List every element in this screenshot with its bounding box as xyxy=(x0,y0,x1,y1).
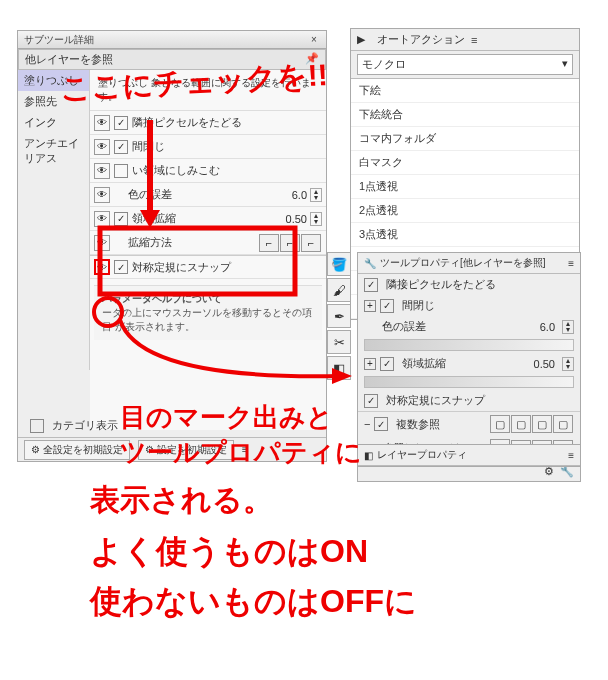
play-icon[interactable]: ▶ xyxy=(357,33,371,47)
row-colormargin: 👁 色の誤差 6.0 ▴▾ xyxy=(90,183,326,207)
aa-item[interactable]: 1点透視 xyxy=(351,175,579,199)
slider[interactable] xyxy=(364,339,574,351)
pin-icon[interactable]: 📌 xyxy=(305,52,319,65)
eye-icon[interactable]: 👁 xyxy=(94,211,110,227)
aa-item[interactable]: 2点透視 xyxy=(351,199,579,223)
method-buttons[interactable]: ⌐⌐⌐ xyxy=(259,234,322,252)
checkbox[interactable]: ✓ xyxy=(380,299,394,313)
subtool-titlebar: サブツール詳細 × xyxy=(18,31,326,49)
ref-buttons[interactable]: ▢▢▢▢ xyxy=(490,415,574,433)
annotation-4: 表示される。 xyxy=(90,480,273,521)
checkbox[interactable]: ✓ xyxy=(114,212,128,226)
category-list[interactable]: 塗りつぶし 参照先 インク アンチエイリアス xyxy=(18,70,90,370)
spinner[interactable]: ▴▾ xyxy=(562,357,574,371)
annotation-6: 使わないものはOFFに xyxy=(90,580,417,624)
checkbox[interactable] xyxy=(30,419,44,433)
eye-icon[interactable]: 👁 xyxy=(94,187,110,203)
subtool-footer: ⚙全設定を初期設定 ⚙設定を初期設定 ≡ xyxy=(18,437,326,461)
brush-icon[interactable]: 🖌 xyxy=(327,278,351,302)
spinner[interactable]: ▴▾ xyxy=(310,188,322,202)
menu-icon[interactable]: ≡ xyxy=(568,258,574,269)
preset-select[interactable]: モノクロ▾ xyxy=(357,54,573,75)
menu-icon[interactable]: ≡ xyxy=(471,34,477,46)
reset-set-button[interactable]: ⚙設定を初期設定 xyxy=(138,440,234,460)
aa-item[interactable]: 白マスク xyxy=(351,151,579,175)
spinner[interactable]: ▴▾ xyxy=(310,212,322,226)
desc-text: 塗りつぶし 象となる範囲に関する設定を行います。 xyxy=(90,70,326,111)
gear-icon: ⚙ xyxy=(31,444,40,455)
checkbox[interactable] xyxy=(114,164,128,178)
checkbox[interactable]: ✓ xyxy=(364,394,378,408)
category-ref[interactable]: 参照先 xyxy=(18,91,89,112)
checkbox[interactable]: ✓ xyxy=(114,116,128,130)
annotation-5: よく使うものはON xyxy=(90,530,368,574)
eye-icon-highlighted[interactable]: 👁 xyxy=(94,259,110,275)
close-icon[interactable]: × xyxy=(308,34,320,46)
expand-icon[interactable]: + xyxy=(364,300,376,312)
checkbox[interactable]: ✓ xyxy=(380,357,394,371)
layer-property-panel: ◧ レイヤープロパティ ≡ xyxy=(357,444,581,467)
slider[interactable] xyxy=(364,376,574,388)
reset-all-button[interactable]: ⚙全設定を初期設定 xyxy=(24,440,130,460)
aa-item[interactable]: 3点透視 xyxy=(351,223,579,247)
eraser-icon[interactable]: ◧ xyxy=(327,356,351,380)
param-help: パラメータヘルプについて ータの上にマウスカーソルを移動するとその項目 が表示さ… xyxy=(94,285,322,340)
spinner[interactable]: ▴▾ xyxy=(562,320,574,334)
eye-icon[interactable]: 👁 xyxy=(94,235,110,251)
aa-item[interactable]: 下絵統合 xyxy=(351,103,579,127)
knife-icon[interactable]: ✂ xyxy=(327,330,351,354)
row-snap: 👁 ✓ 対称定規にスナップ xyxy=(90,255,326,279)
menu-icon[interactable]: ≡ xyxy=(242,444,248,455)
pen-icon[interactable]: ✒ xyxy=(327,304,351,328)
eye-icon[interactable]: 👁 xyxy=(94,139,110,155)
aa-item[interactable]: 下絵 xyxy=(351,79,579,103)
category-aa[interactable]: アンチエイリアス xyxy=(18,133,89,169)
expand-icon[interactable]: + xyxy=(364,358,376,370)
checkbox[interactable]: ✓ xyxy=(374,417,388,431)
chevron-down-icon: ▾ xyxy=(562,57,568,72)
layer-icon: ◧ xyxy=(364,450,373,461)
autoaction-label: オートアクション xyxy=(377,32,465,47)
toolprop-title: ツールプロパティ[他レイヤーを参照] xyxy=(380,256,564,270)
category-fill[interactable]: 塗りつぶし xyxy=(18,70,89,91)
gear-icon: ⚙ xyxy=(145,444,154,455)
row-gapclose2: 👁 い領域にしみこむ xyxy=(90,159,326,183)
aa-item[interactable]: コマ内フォルダ xyxy=(351,127,579,151)
row-gapclose: 👁 ✓ 間閉じ xyxy=(90,135,326,159)
checkbox[interactable]: ✓ xyxy=(114,140,128,154)
eye-icon[interactable]: 👁 xyxy=(94,163,110,179)
eye-icon[interactable]: 👁 xyxy=(94,115,110,131)
show-category-label: カテゴリ表示 xyxy=(52,418,118,433)
tool-column: 🪣 🖌 ✒ ✂ ◧ xyxy=(327,252,355,380)
wrench-icon[interactable]: 🔧 xyxy=(364,258,376,269)
row-expand: 👁 ✓ 領域拡縮 0.50 ▴▾ xyxy=(90,207,326,231)
subtool-header: 他レイヤーを参照 📌 xyxy=(18,49,326,70)
category-ink[interactable]: インク xyxy=(18,112,89,133)
menu-icon[interactable]: ≡ xyxy=(568,450,574,461)
bucket-icon[interactable]: 🪣 xyxy=(327,252,351,276)
row-expandmethod: 👁 拡縮方法 ⌐⌐⌐ xyxy=(90,231,326,255)
checkbox[interactable]: ✓ xyxy=(114,260,128,274)
subtool-detail-panel: サブツール詳細 × 他レイヤーを参照 📌 塗りつぶし 参照先 インク アンチエイ… xyxy=(17,30,327,462)
row-adjacent: 👁 ✓ 隣接ピクセルをたどる xyxy=(90,111,326,135)
checkbox[interactable]: ✓ xyxy=(364,278,378,292)
subtool-title: サブツール詳細 xyxy=(24,33,94,47)
